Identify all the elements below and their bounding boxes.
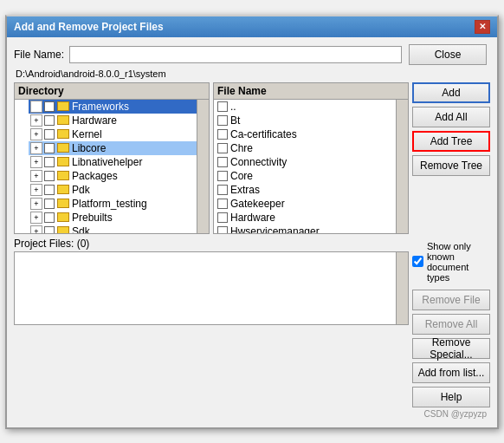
directory-item-label: Pdk bbox=[72, 184, 90, 196]
directory-panel: Directory +Frameworks+Hardware+Kernel+Li… bbox=[14, 82, 210, 234]
help-button[interactable]: Help bbox=[412, 387, 490, 407]
directory-item-label: Frameworks bbox=[72, 101, 129, 113]
directory-item-label: Kernel bbox=[72, 128, 102, 140]
file-name-row: File Name: Close bbox=[14, 44, 490, 65]
show-known-types-row: Show only known document types bbox=[412, 241, 490, 283]
filename-panel-header: File Name bbox=[214, 83, 408, 100]
directory-item[interactable]: +Frameworks bbox=[29, 100, 197, 114]
file-item[interactable]: Bt bbox=[214, 114, 396, 127]
file-item[interactable]: Connectivity bbox=[214, 155, 396, 169]
file-item[interactable]: Core bbox=[214, 169, 396, 183]
remove-file-button[interactable]: Remove File bbox=[412, 290, 490, 310]
directory-item[interactable]: +Libnativehelper bbox=[29, 155, 197, 169]
file-item-label: .. bbox=[230, 101, 236, 113]
project-files-panel[interactable] bbox=[14, 251, 409, 325]
file-item-label: Bt bbox=[230, 114, 240, 127]
filename-panel: File Name ..BtCa-certificatesChreConnect… bbox=[213, 82, 409, 234]
directory-item[interactable]: +Sdk bbox=[29, 225, 197, 234]
project-files-list[interactable] bbox=[15, 252, 396, 324]
directory-item[interactable]: +Packages bbox=[29, 169, 197, 183]
path-display: D:\Android\android-8.0.0_r1\system bbox=[14, 68, 490, 79]
filename-scrollbar[interactable] bbox=[396, 100, 408, 234]
file-item-label: Chre bbox=[230, 142, 253, 154]
close-button[interactable]: Close bbox=[409, 44, 487, 65]
remove-special-button[interactable]: Remove Special... bbox=[412, 338, 490, 359]
directory-item-label: Packages bbox=[72, 170, 118, 182]
watermark: CSDN @yzpyzp bbox=[14, 407, 490, 420]
directory-item[interactable]: +Kernel bbox=[29, 127, 197, 141]
file-name-label: File Name: bbox=[14, 49, 64, 61]
dialog-body: File Name: Close D:\Android\android-8.0.… bbox=[7, 37, 497, 427]
file-item-label: Hardware bbox=[230, 212, 275, 224]
bottom-section: Project Files: (0) Show only known docum… bbox=[14, 238, 490, 407]
title-bar: Add and Remove Project Files ✕ bbox=[7, 16, 497, 37]
bottom-left: Project Files: (0) bbox=[14, 238, 409, 407]
file-item-label: Ca-certificates bbox=[230, 128, 297, 140]
add-button[interactable]: Add bbox=[412, 82, 490, 103]
directory-item-label: Platform_testing bbox=[72, 198, 147, 210]
file-item-label: Extras bbox=[230, 184, 260, 196]
add-all-button[interactable]: Add All bbox=[412, 107, 490, 127]
show-known-types-label: Show only known document types bbox=[427, 241, 490, 283]
directory-item-label: Libnativehelper bbox=[72, 156, 142, 168]
remove-all-button[interactable]: Remove All bbox=[412, 314, 490, 335]
add-tree-button[interactable]: Add Tree bbox=[412, 131, 490, 152]
directory-panel-header: Directory bbox=[15, 83, 209, 100]
directory-panel-content[interactable]: +Frameworks+Hardware+Kernel+Libcore+Libn… bbox=[15, 100, 197, 234]
directory-item-label: Hardware bbox=[72, 114, 117, 127]
file-item[interactable]: Hwservicemanager bbox=[214, 225, 396, 234]
file-item-label: Hwservicemanager bbox=[230, 225, 320, 234]
directory-item-label: Prebuilts bbox=[72, 212, 113, 224]
directory-item[interactable]: +Platform_testing bbox=[29, 197, 197, 211]
file-item-label: Connectivity bbox=[230, 156, 287, 168]
file-item-label: Core bbox=[230, 170, 253, 182]
file-name-input[interactable] bbox=[69, 46, 402, 63]
directory-item[interactable]: +Hardware bbox=[29, 114, 197, 127]
directory-item-label: Libcore bbox=[72, 142, 106, 154]
directory-item[interactable]: +Pdk bbox=[29, 183, 197, 197]
file-item[interactable]: Chre bbox=[214, 141, 396, 155]
file-item[interactable]: Hardware bbox=[214, 211, 396, 225]
file-item-label: Gatekeeper bbox=[230, 198, 285, 210]
panels-area: Directory +Frameworks+Hardware+Kernel+Li… bbox=[14, 82, 490, 234]
directory-scrollbar[interactable] bbox=[197, 100, 209, 234]
filename-panel-content[interactable]: ..BtCa-certificatesChreConnectivityCoreE… bbox=[214, 100, 396, 234]
add-remove-dialog: Add and Remove Project Files ✕ File Name… bbox=[5, 15, 499, 429]
add-from-list-button[interactable]: Add from list... bbox=[412, 362, 490, 383]
file-item[interactable]: Ca-certificates bbox=[214, 127, 396, 141]
directory-item[interactable]: +Libcore bbox=[29, 141, 197, 155]
title-bar-close-button[interactable]: ✕ bbox=[475, 20, 490, 34]
directory-item-label: Sdk bbox=[72, 225, 90, 234]
project-files-scrollbar[interactable] bbox=[396, 252, 408, 324]
file-item[interactable]: .. bbox=[214, 100, 396, 114]
dialog-title: Add and Remove Project Files bbox=[14, 21, 164, 33]
right-buttons-top: Add Add All Add Tree Remove Tree bbox=[412, 82, 490, 234]
file-item[interactable]: Gatekeeper bbox=[214, 197, 396, 211]
project-files-label: Project Files: (0) bbox=[14, 238, 409, 250]
remove-tree-button[interactable]: Remove Tree bbox=[412, 155, 490, 176]
show-known-types-checkbox[interactable] bbox=[412, 256, 423, 267]
bottom-right-buttons: Show only known document types Remove Fi… bbox=[412, 238, 490, 407]
file-item[interactable]: Extras bbox=[214, 183, 396, 197]
directory-item[interactable]: +Prebuilts bbox=[29, 211, 197, 225]
